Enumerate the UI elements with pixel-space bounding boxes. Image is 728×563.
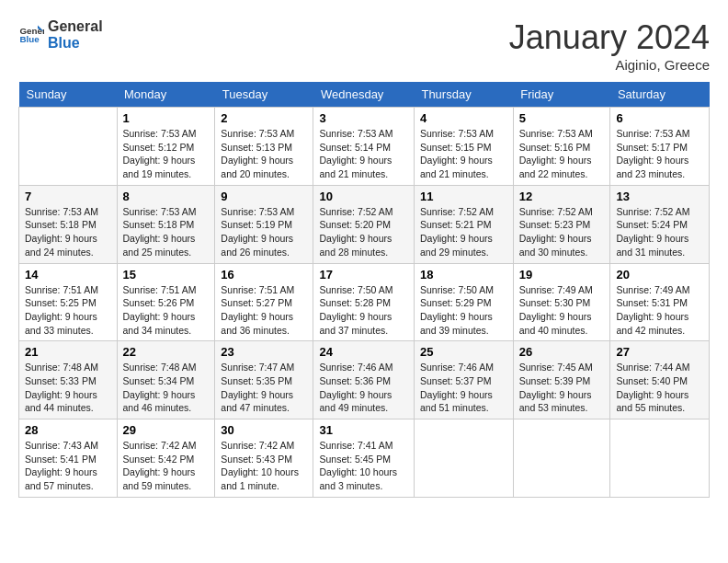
day-number: 19	[519, 268, 605, 282]
calendar-cell: 11Sunrise: 7:52 AM Sunset: 5:21 PM Dayli…	[414, 185, 513, 263]
calendar-cell: 17Sunrise: 7:50 AM Sunset: 5:28 PM Dayli…	[313, 263, 415, 341]
calendar-cell: 27Sunrise: 7:44 AM Sunset: 5:40 PM Dayli…	[610, 341, 710, 419]
day-info: Sunrise: 7:49 AM Sunset: 5:30 PM Dayligh…	[519, 283, 605, 338]
day-info: Sunrise: 7:53 AM Sunset: 5:15 PM Dayligh…	[420, 127, 507, 181]
day-number: 31	[319, 423, 408, 437]
header-monday: Monday	[117, 82, 215, 108]
calendar-cell: 14Sunrise: 7:51 AM Sunset: 5:25 PM Dayli…	[19, 263, 118, 341]
calendar-cell: 16Sunrise: 7:51 AM Sunset: 5:27 PM Dayli…	[215, 263, 313, 341]
calendar-cell: 13Sunrise: 7:52 AM Sunset: 5:24 PM Dayli…	[610, 185, 710, 263]
page-header: General Blue General Blue January 2024 A…	[18, 18, 710, 73]
day-info: Sunrise: 7:51 AM Sunset: 5:27 PM Dayligh…	[221, 283, 307, 338]
calendar-cell: 28Sunrise: 7:43 AM Sunset: 5:41 PM Dayli…	[19, 419, 118, 498]
logo-line2: Blue	[48, 35, 103, 52]
logo-icon: General Blue	[18, 22, 44, 48]
calendar-cell: 18Sunrise: 7:50 AM Sunset: 5:29 PM Dayli…	[414, 263, 513, 341]
day-number: 6	[616, 111, 703, 125]
day-info: Sunrise: 7:46 AM Sunset: 5:36 PM Dayligh…	[319, 361, 408, 415]
day-info: Sunrise: 7:48 AM Sunset: 5:34 PM Dayligh…	[123, 361, 210, 415]
day-number: 20	[616, 268, 703, 282]
day-number: 17	[319, 268, 408, 282]
calendar-cell: 1Sunrise: 7:53 AM Sunset: 5:12 PM Daylig…	[117, 108, 215, 186]
day-number: 21	[25, 345, 111, 359]
header-sunday: Sunday	[19, 82, 118, 108]
day-number: 15	[123, 268, 210, 282]
calendar-cell: 21Sunrise: 7:48 AM Sunset: 5:33 PM Dayli…	[19, 341, 118, 419]
calendar-cell: 26Sunrise: 7:45 AM Sunset: 5:39 PM Dayli…	[513, 341, 610, 419]
title-block: January 2024 Aiginio, Greece	[509, 18, 710, 73]
day-number: 13	[616, 190, 703, 203]
calendar-table: SundayMondayTuesdayWednesdayThursdayFrid…	[18, 82, 710, 498]
day-number: 30	[221, 423, 307, 437]
day-info: Sunrise: 7:52 AM Sunset: 5:20 PM Dayligh…	[319, 205, 408, 259]
header-wednesday: Wednesday	[313, 82, 415, 108]
calendar-cell: 5Sunrise: 7:53 AM Sunset: 5:16 PM Daylig…	[513, 108, 610, 186]
logo-line1: General	[48, 18, 103, 35]
day-number: 12	[519, 190, 605, 203]
day-info: Sunrise: 7:41 AM Sunset: 5:45 PM Dayligh…	[319, 439, 408, 493]
calendar-cell: 6Sunrise: 7:53 AM Sunset: 5:17 PM Daylig…	[610, 108, 710, 186]
calendar-week-5: 28Sunrise: 7:43 AM Sunset: 5:41 PM Dayli…	[19, 419, 710, 498]
calendar-cell: 15Sunrise: 7:51 AM Sunset: 5:26 PM Dayli…	[117, 263, 215, 341]
day-info: Sunrise: 7:53 AM Sunset: 5:18 PM Dayligh…	[25, 205, 111, 259]
calendar-cell: 10Sunrise: 7:52 AM Sunset: 5:20 PM Dayli…	[313, 185, 415, 263]
day-info: Sunrise: 7:52 AM Sunset: 5:21 PM Dayligh…	[420, 205, 507, 259]
calendar-cell: 29Sunrise: 7:42 AM Sunset: 5:42 PM Dayli…	[117, 419, 215, 498]
location-subtitle: Aiginio, Greece	[509, 57, 710, 73]
logo: General Blue General Blue	[18, 18, 103, 51]
day-number: 4	[420, 111, 507, 125]
day-number: 3	[319, 111, 408, 125]
day-number: 29	[123, 423, 210, 437]
calendar-week-3: 14Sunrise: 7:51 AM Sunset: 5:25 PM Dayli…	[19, 263, 710, 341]
header-tuesday: Tuesday	[215, 82, 313, 108]
day-number: 11	[420, 190, 507, 203]
day-info: Sunrise: 7:51 AM Sunset: 5:26 PM Dayligh…	[123, 283, 210, 338]
calendar-cell: 25Sunrise: 7:46 AM Sunset: 5:37 PM Dayli…	[414, 341, 513, 419]
calendar-week-4: 21Sunrise: 7:48 AM Sunset: 5:33 PM Dayli…	[19, 341, 710, 419]
calendar-cell: 3Sunrise: 7:53 AM Sunset: 5:14 PM Daylig…	[313, 108, 415, 186]
day-info: Sunrise: 7:48 AM Sunset: 5:33 PM Dayligh…	[25, 361, 111, 415]
header-friday: Friday	[513, 82, 610, 108]
day-info: Sunrise: 7:49 AM Sunset: 5:31 PM Dayligh…	[616, 283, 703, 338]
svg-text:Blue: Blue	[19, 34, 40, 44]
day-info: Sunrise: 7:44 AM Sunset: 5:40 PM Dayligh…	[616, 361, 703, 415]
day-number: 22	[123, 345, 210, 359]
calendar-cell	[610, 419, 710, 498]
day-number: 7	[25, 190, 111, 203]
calendar-header-row: SundayMondayTuesdayWednesdayThursdayFrid…	[19, 82, 710, 108]
day-number: 23	[221, 345, 307, 359]
day-number: 26	[519, 345, 605, 359]
month-title: January 2024	[509, 18, 710, 57]
day-info: Sunrise: 7:53 AM Sunset: 5:19 PM Dayligh…	[221, 205, 307, 259]
header-thursday: Thursday	[414, 82, 513, 108]
day-info: Sunrise: 7:47 AM Sunset: 5:35 PM Dayligh…	[221, 361, 307, 415]
day-number: 28	[25, 423, 111, 437]
day-info: Sunrise: 7:42 AM Sunset: 5:43 PM Dayligh…	[221, 439, 307, 493]
day-info: Sunrise: 7:50 AM Sunset: 5:29 PM Dayligh…	[420, 283, 507, 338]
day-info: Sunrise: 7:53 AM Sunset: 5:17 PM Dayligh…	[616, 127, 703, 181]
calendar-cell: 31Sunrise: 7:41 AM Sunset: 5:45 PM Dayli…	[313, 419, 415, 498]
day-number: 24	[319, 345, 408, 359]
calendar-cell	[513, 419, 610, 498]
day-info: Sunrise: 7:42 AM Sunset: 5:42 PM Dayligh…	[123, 439, 210, 493]
calendar-cell	[414, 419, 513, 498]
header-saturday: Saturday	[610, 82, 710, 108]
day-info: Sunrise: 7:53 AM Sunset: 5:12 PM Dayligh…	[123, 127, 210, 181]
day-info: Sunrise: 7:53 AM Sunset: 5:14 PM Dayligh…	[319, 127, 408, 181]
calendar-cell: 2Sunrise: 7:53 AM Sunset: 5:13 PM Daylig…	[215, 108, 313, 186]
day-info: Sunrise: 7:52 AM Sunset: 5:23 PM Dayligh…	[519, 205, 605, 259]
day-info: Sunrise: 7:53 AM Sunset: 5:13 PM Dayligh…	[221, 127, 307, 181]
day-number: 10	[319, 190, 408, 203]
calendar-cell: 22Sunrise: 7:48 AM Sunset: 5:34 PM Dayli…	[117, 341, 215, 419]
day-number: 25	[420, 345, 507, 359]
day-number: 8	[123, 190, 210, 203]
calendar-cell	[19, 108, 118, 186]
day-info: Sunrise: 7:52 AM Sunset: 5:24 PM Dayligh…	[616, 205, 703, 259]
day-number: 18	[420, 268, 507, 282]
day-number: 5	[519, 111, 605, 125]
calendar-cell: 20Sunrise: 7:49 AM Sunset: 5:31 PM Dayli…	[610, 263, 710, 341]
calendar-cell: 7Sunrise: 7:53 AM Sunset: 5:18 PM Daylig…	[19, 185, 118, 263]
calendar-cell: 4Sunrise: 7:53 AM Sunset: 5:15 PM Daylig…	[414, 108, 513, 186]
day-info: Sunrise: 7:50 AM Sunset: 5:28 PM Dayligh…	[319, 283, 408, 338]
day-number: 9	[221, 190, 307, 203]
